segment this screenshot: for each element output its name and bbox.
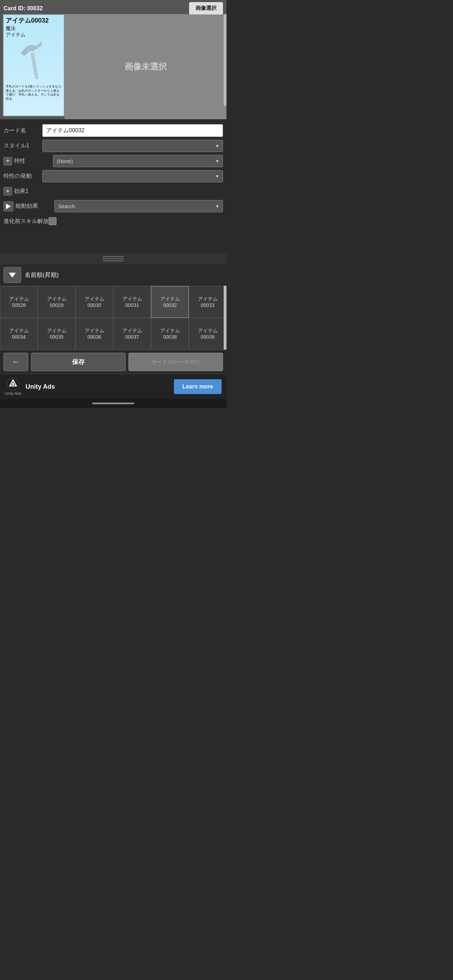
list-item[interactable]: アイテム00037 <box>113 318 151 350</box>
unity-logo-area: Unity Ads <box>5 378 21 395</box>
effect1-plus-button[interactable]: + <box>3 187 12 196</box>
effect1-row: + 効果1 <box>0 184 227 199</box>
card-id-label: Card ID: 00032 <box>3 5 189 12</box>
trait-select-wrapper: (None) ▼ <box>53 155 223 167</box>
home-bar <box>0 399 227 408</box>
trait-trigger-select[interactable] <box>42 170 223 182</box>
sort-label: 名前順(昇順) <box>25 271 59 279</box>
home-indicator <box>92 402 134 404</box>
right-scrollbar[interactable] <box>224 14 227 106</box>
card-copy-button[interactable]: カードコピー(準備中) <box>129 353 223 371</box>
drag-handle[interactable] <box>103 256 124 261</box>
learn-more-button[interactable]: Learn more <box>174 379 222 394</box>
trait-label: 特性 <box>14 158 53 165</box>
active-effect-select-wrapper: Search ▼ <box>54 200 223 212</box>
no-image-label: 画像未選択 <box>124 61 167 72</box>
list-item[interactable]: アイテム00039 <box>189 318 227 350</box>
pre-evo-label: 進化前スキル解放 <box>3 218 49 225</box>
right-image-placeholder: 画像未選択 <box>65 14 227 119</box>
active-effect-play-button[interactable] <box>3 201 13 211</box>
drag-line-1 <box>103 256 124 257</box>
unity-logo-icon <box>7 378 19 391</box>
list-item[interactable]: アイテム00035 <box>38 318 75 350</box>
trait-select[interactable]: (None) <box>53 155 223 167</box>
drag-line-3 <box>103 260 124 261</box>
sort-triangle-icon <box>9 273 16 278</box>
card-preview: アイテム00032 魔法 アイテム 手札のカードを2枚トラッシュするなら使える。… <box>3 14 65 116</box>
form-section: カード名 スタイル1 ▼ + 特性 (None) ▼ 特性の発動 ▼ <box>0 119 227 253</box>
trait-row: + 特性 (None) ▼ <box>0 153 227 169</box>
style1-label: スタイル1 <box>3 142 42 150</box>
back-arrow-icon: ← <box>12 357 20 366</box>
back-button[interactable]: ← <box>3 353 28 371</box>
divider-section <box>0 253 227 264</box>
trait-trigger-row: 特性の発動 ▼ <box>0 169 227 184</box>
image-select-button[interactable]: 画像選択 <box>189 2 223 14</box>
pre-evo-checkbox[interactable] <box>49 217 56 225</box>
active-effect-label: 能動効果 <box>16 202 54 210</box>
list-item[interactable]: アイテム00032 <box>151 286 189 318</box>
card-name-input[interactable] <box>42 124 223 137</box>
style1-select[interactable] <box>42 140 223 152</box>
play-triangle-icon <box>6 204 11 209</box>
card-subtitle1: 魔法 <box>3 25 64 32</box>
list-item[interactable]: アイテム00031 <box>113 286 151 318</box>
style1-row: スタイル1 ▼ <box>0 138 227 153</box>
card-description: 手札のカードを2枚トラッシュするなら使える。山札のモンスターから１枚まで選び、手… <box>3 84 64 102</box>
grid-scrollbar[interactable] <box>224 286 227 350</box>
style1-select-wrapper: ▼ <box>42 140 223 152</box>
trait-trigger-label: 特性の発動 <box>3 172 42 180</box>
ads-banner: Unity Ads Unity Ads Learn more <box>0 374 227 399</box>
sort-dropdown-button[interactable] <box>3 267 21 283</box>
list-item[interactable]: アイテム00028 <box>0 286 38 318</box>
bottom-buttons: ← 保存 カードコピー(準備中) <box>0 350 227 374</box>
list-item[interactable]: アイテム00029 <box>38 286 75 318</box>
effect1-label: 効果1 <box>14 188 53 195</box>
pickaxe-icon <box>16 40 51 82</box>
list-item[interactable]: アイテム00038 <box>151 318 189 350</box>
card-name-label: カード名 <box>3 127 42 134</box>
svg-rect-0 <box>31 53 38 79</box>
list-item[interactable]: アイテム00033 <box>189 286 227 318</box>
card-grid-container: アイテム00028 アイテム00029 アイテム00030 アイテム00031 … <box>0 286 227 350</box>
list-item[interactable]: アイテム00034 <box>0 318 38 350</box>
drag-line-2 <box>103 258 124 259</box>
trait-plus-button[interactable]: + <box>3 157 12 165</box>
list-item[interactable]: アイテム00036 <box>75 318 113 350</box>
card-name-row: カード名 <box>0 123 227 138</box>
pre-evo-row: 進化前スキル解放 <box>0 214 227 229</box>
card-image-area <box>3 38 64 84</box>
trait-trigger-select-wrapper: ▼ <box>42 170 223 182</box>
list-item[interactable]: アイテム00030 <box>75 286 113 318</box>
active-effect-row: 能動効果 Search ▼ <box>0 199 227 214</box>
active-effect-select[interactable]: Search <box>54 200 223 212</box>
card-grid: アイテム00028 アイテム00029 アイテム00030 アイテム00031 … <box>0 286 227 350</box>
card-subtitle2: アイテム <box>3 32 64 38</box>
save-button[interactable]: 保存 <box>31 353 126 371</box>
sort-section: 名前順(昇順) <box>0 264 227 286</box>
unity-ads-brand-text: Unity Ads <box>25 383 169 391</box>
unity-ads-small-label: Unity Ads <box>5 391 21 395</box>
